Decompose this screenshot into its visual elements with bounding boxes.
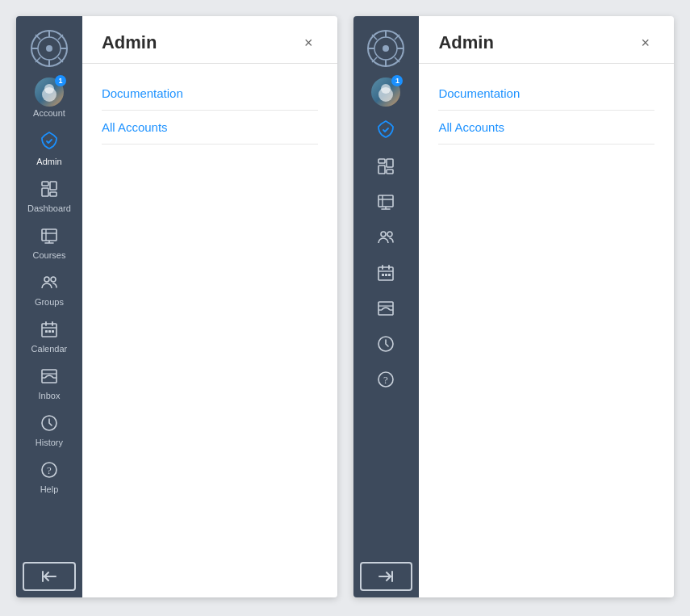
svg-rect-64 [382, 274, 384, 276]
svg-rect-12 [42, 188, 48, 196]
svg-rect-26 [45, 330, 48, 333]
left-admin-title: Admin [102, 32, 157, 53]
collapse-right-icon [378, 570, 394, 583]
svg-rect-15 [42, 229, 56, 241]
sidebar-logo-right[interactable] [353, 23, 420, 71]
right-account-badge: 1 [391, 75, 403, 86]
svg-rect-51 [387, 159, 393, 167]
left-sidebar-bottom [16, 555, 82, 597]
sidebar-item-inbox-label: Inbox [38, 391, 60, 400]
svg-text:?: ? [47, 464, 52, 476]
sidebar-item-calendar[interactable]: Calendar [16, 313, 82, 360]
svg-rect-50 [378, 166, 385, 174]
right-inbox-icon [376, 299, 395, 321]
svg-point-2 [46, 45, 52, 52]
logo-icon [30, 29, 69, 68]
dashboard-icon [40, 179, 59, 202]
svg-rect-67 [378, 302, 393, 315]
sidebar-item-help-label: Help [40, 484, 59, 494]
calendar-icon [40, 320, 59, 342]
svg-point-20 [44, 277, 49, 282]
svg-rect-65 [385, 274, 387, 276]
sidebar-item-dashboard[interactable]: Dashboard [16, 173, 82, 220]
right-documentation-link[interactable]: Documentation [438, 77, 654, 111]
groups-icon [40, 273, 59, 295]
svg-point-59 [387, 232, 392, 237]
svg-rect-14 [50, 192, 56, 196]
svg-point-40 [383, 45, 389, 52]
sidebar-item-calendar-label: Calendar [31, 344, 68, 354]
svg-rect-28 [52, 330, 54, 333]
svg-text:?: ? [384, 374, 389, 386]
left-admin-menu: Documentation All Accounts [82, 64, 337, 157]
sidebar-item-dashboard-label: Dashboard [27, 203, 71, 213]
sidebar-item-courses[interactable]: Courses [16, 220, 82, 266]
svg-rect-27 [48, 330, 51, 333]
right-all-accounts-link[interactable]: All Accounts [438, 111, 654, 145]
collapse-right-button[interactable] [360, 562, 413, 591]
sidebar-item-history-label: History [36, 438, 63, 447]
right-admin-header: Admin × [419, 16, 674, 64]
sidebar-item-admin-label: Admin [36, 157, 61, 166]
sidebar-item-inbox[interactable]: Inbox [16, 360, 82, 407]
right-sidebar: 1 [353, 16, 420, 597]
logo-icon-right [366, 29, 405, 68]
right-sidebar-item-dashboard[interactable] [353, 150, 420, 186]
right-admin-close-button[interactable]: × [636, 34, 654, 52]
svg-point-21 [51, 277, 56, 282]
right-admin-icon [375, 119, 396, 144]
right-sidebar-item-calendar[interactable] [353, 257, 420, 292]
account-badge: 1 [55, 75, 66, 86]
left-panel-wrapper: 1 Account Admin [16, 16, 337, 597]
svg-rect-52 [387, 170, 393, 174]
right-sidebar-item-groups[interactable] [353, 221, 420, 257]
right-history-icon [376, 334, 395, 357]
sidebar-item-account-label: Account [33, 108, 65, 118]
left-admin-header: Admin × [82, 16, 337, 64]
right-admin-panel: Admin × Documentation All Accounts [419, 16, 674, 597]
right-admin-menu: Documentation All Accounts [419, 64, 674, 157]
right-sidebar-item-account[interactable]: 1 [353, 71, 420, 113]
sidebar-logo-left[interactable] [16, 23, 82, 71]
sidebar-item-help[interactable]: ? Help [16, 454, 82, 501]
right-panel-wrapper: 1 [353, 16, 675, 597]
left-admin-close-button[interactable]: × [299, 34, 318, 52]
courses-icon [40, 226, 59, 249]
svg-rect-49 [378, 159, 385, 163]
collapse-left-icon [41, 570, 57, 583]
svg-rect-11 [42, 182, 48, 186]
right-calendar-icon [376, 263, 395, 286]
right-dashboard-icon [376, 157, 395, 179]
sidebar-item-groups[interactable]: Groups [16, 266, 82, 313]
admin-icon [39, 131, 60, 155]
sidebar-item-history[interactable]: History [16, 407, 82, 454]
svg-rect-29 [42, 370, 56, 383]
right-sidebar-item-history[interactable] [353, 328, 420, 363]
left-documentation-link[interactable]: Documentation [102, 77, 318, 111]
collapse-left-button[interactable] [23, 562, 76, 591]
sidebar-item-admin[interactable]: Admin [16, 124, 82, 173]
svg-rect-66 [388, 274, 391, 276]
svg-rect-13 [50, 182, 56, 190]
help-icon: ? [40, 460, 59, 483]
svg-point-58 [381, 232, 386, 237]
right-groups-icon [376, 228, 395, 250]
svg-rect-53 [378, 195, 393, 207]
right-sidebar-item-admin[interactable] [353, 113, 420, 150]
left-admin-panel: Admin × Documentation All Accounts [82, 16, 337, 597]
right-sidebar-item-help[interactable]: ? [353, 363, 420, 399]
inbox-icon [40, 367, 59, 389]
sidebar-item-account[interactable]: 1 Account [16, 71, 82, 124]
right-courses-icon [376, 192, 395, 215]
right-sidebar-item-courses[interactable] [353, 186, 420, 221]
left-all-accounts-link[interactable]: All Accounts [102, 111, 318, 145]
sidebar-item-groups-label: Groups [35, 297, 64, 307]
history-icon [40, 413, 59, 436]
right-admin-title: Admin [438, 32, 493, 53]
sidebar-item-courses-label: Courses [32, 250, 65, 260]
right-sidebar-bottom [353, 555, 420, 597]
left-sidebar: 1 Account Admin [16, 16, 82, 597]
right-help-icon: ? [376, 370, 395, 392]
right-sidebar-item-inbox[interactable] [353, 292, 420, 328]
